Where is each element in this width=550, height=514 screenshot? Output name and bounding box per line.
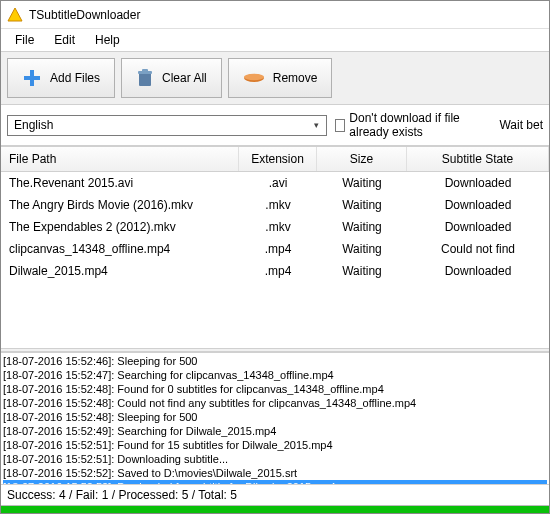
options-row: English ▾ Don't download if file already…: [1, 105, 549, 146]
svg-rect-2: [24, 76, 40, 80]
cell-state: Downloaded: [407, 262, 549, 280]
log-line[interactable]: [18-07-2016 15:52:49]: Searching for Dil…: [3, 424, 547, 438]
remove-button[interactable]: Remove: [228, 58, 333, 98]
cell-path: clipcanvas_14348_offline.mp4: [1, 240, 239, 258]
cell-path: The Expendables 2 (2012).mkv: [1, 218, 239, 236]
toolbar: Add Files Clear All Remove: [1, 51, 549, 105]
log-line[interactable]: [18-07-2016 15:52:52]: Saved to D:\movie…: [3, 466, 547, 480]
table-body: The.Revenant 2015.avi.aviWaitingDownload…: [1, 172, 549, 282]
cell-path: The.Revenant 2015.avi: [1, 174, 239, 192]
minus-icon: [243, 71, 265, 85]
clear-all-label: Clear All: [162, 71, 207, 85]
file-table: File Path Extension Size Subtitle State …: [1, 146, 549, 282]
svg-point-7: [244, 74, 264, 80]
cell-size: Waiting: [317, 174, 407, 192]
title-bar: TSubtitleDownloader: [1, 1, 549, 29]
log-line[interactable]: [18-07-2016 15:52:48]: Could not find an…: [3, 396, 547, 410]
status-bar: Success: 4 / Fail: 1 / Processed: 5 / To…: [1, 484, 549, 505]
wait-between-label: Wait bet: [499, 118, 543, 132]
cell-state: Downloaded: [407, 196, 549, 214]
checkbox-box-icon: [335, 119, 345, 132]
chevron-down-icon: ▾: [308, 120, 324, 130]
plus-icon: [22, 68, 42, 88]
cell-size: Waiting: [317, 196, 407, 214]
table-header: File Path Extension Size Subtitle State: [1, 147, 549, 172]
menu-edit[interactable]: Edit: [44, 31, 85, 49]
menu-bar: File Edit Help: [1, 29, 549, 51]
status-text: Success: 4 / Fail: 1 / Processed: 5 / To…: [7, 488, 237, 502]
log-line[interactable]: [18-07-2016 15:52:51]: Found for 15 subt…: [3, 438, 547, 452]
log-line[interactable]: [18-07-2016 15:52:47]: Searching for cli…: [3, 368, 547, 382]
window-title: TSubtitleDownloader: [29, 8, 140, 22]
svg-rect-3: [139, 73, 151, 86]
table-row[interactable]: The.Revenant 2015.avi.aviWaitingDownload…: [1, 172, 549, 194]
cell-ext: .mkv: [239, 218, 317, 236]
col-header-state[interactable]: Subtitle State: [407, 147, 549, 171]
cell-size: Waiting: [317, 218, 407, 236]
table-empty-area: [1, 282, 549, 348]
menu-file[interactable]: File: [5, 31, 44, 49]
language-select[interactable]: English ▾: [7, 115, 327, 136]
remove-label: Remove: [273, 71, 318, 85]
table-row[interactable]: The Angry Birds Movie (2016).mkv.mkvWait…: [1, 194, 549, 216]
dont-download-checkbox[interactable]: Don't download if file already exists: [335, 111, 491, 139]
cell-ext: .mp4: [239, 262, 317, 280]
cell-state: Downloaded: [407, 218, 549, 236]
col-header-extension[interactable]: Extension: [239, 147, 317, 171]
log-line[interactable]: [18-07-2016 15:52:48]: Sleeping for 500: [3, 410, 547, 424]
cell-size: Waiting: [317, 262, 407, 280]
svg-rect-5: [142, 69, 148, 72]
trash-icon: [136, 68, 154, 88]
cell-path: The Angry Birds Movie (2016).mkv: [1, 196, 239, 214]
progress-bar: [1, 505, 549, 513]
log-panel[interactable]: [18-07-2016 15:52:46]: Sleeping for 500[…: [1, 352, 549, 484]
add-files-button[interactable]: Add Files: [7, 58, 115, 98]
svg-marker-0: [8, 8, 22, 21]
col-header-size[interactable]: Size: [317, 147, 407, 171]
app-icon: [7, 7, 23, 23]
table-row[interactable]: clipcanvas_14348_offline.mp4.mp4WaitingC…: [1, 238, 549, 260]
log-line[interactable]: [18-07-2016 15:52:48]: Found for 0 subti…: [3, 382, 547, 396]
log-line[interactable]: [18-07-2016 15:52:46]: Sleeping for 500: [3, 354, 547, 368]
menu-help[interactable]: Help: [85, 31, 130, 49]
add-files-label: Add Files: [50, 71, 100, 85]
cell-state: Could not find: [407, 240, 549, 258]
cell-path: Dilwale_2015.mp4: [1, 262, 239, 280]
cell-ext: .mp4: [239, 240, 317, 258]
table-row[interactable]: The Expendables 2 (2012).mkv.mkvWaitingD…: [1, 216, 549, 238]
language-value: English: [14, 118, 53, 132]
cell-ext: .mkv: [239, 196, 317, 214]
clear-all-button[interactable]: Clear All: [121, 58, 222, 98]
log-line[interactable]: [18-07-2016 15:52:51]: Downloading subti…: [3, 452, 547, 466]
col-header-path[interactable]: File Path: [1, 147, 239, 171]
cell-size: Waiting: [317, 240, 407, 258]
cell-ext: .avi: [239, 174, 317, 192]
table-row[interactable]: Dilwale_2015.mp4.mp4WaitingDownloaded: [1, 260, 549, 282]
cell-state: Downloaded: [407, 174, 549, 192]
dont-download-label: Don't download if file already exists: [349, 111, 491, 139]
